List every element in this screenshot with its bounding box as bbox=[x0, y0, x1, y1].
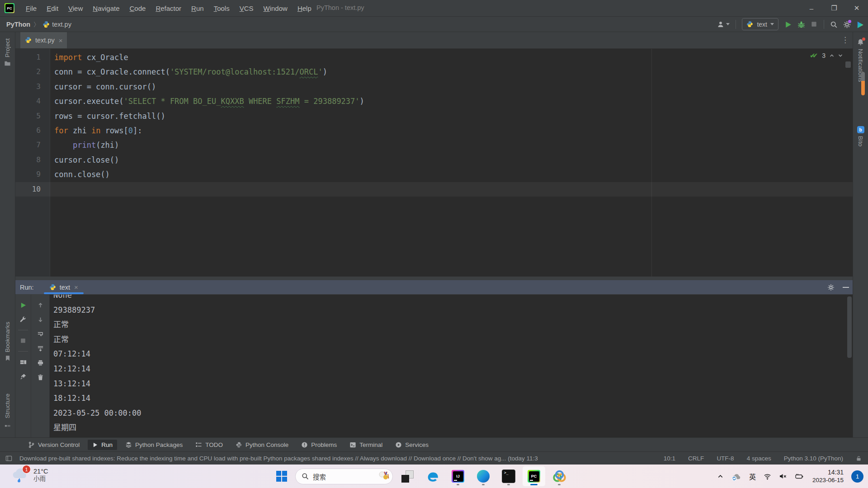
volume-muted-icon[interactable] bbox=[779, 473, 787, 480]
taskbar-app-terminal[interactable]: >_ bbox=[497, 466, 520, 486]
settings-icon[interactable] bbox=[19, 315, 27, 324]
code-line[interactable]: 2conn = cx_Oracle.connect('SYSTEM/root@l… bbox=[15, 65, 853, 79]
menu-window[interactable]: Window bbox=[259, 0, 292, 16]
print-icon[interactable] bbox=[36, 359, 44, 367]
restore-button[interactable]: ❐ bbox=[823, 0, 845, 16]
onedrive-icon[interactable] bbox=[731, 473, 741, 480]
toolwindow-version-control[interactable]: Version Control bbox=[24, 440, 84, 450]
taskbar-app-rings-browser[interactable] bbox=[548, 466, 571, 486]
status-file-encoding[interactable]: UTF-8 bbox=[717, 455, 734, 462]
input-language-indicator[interactable]: 英 bbox=[749, 472, 756, 481]
code-line[interactable]: 6for zhi in rows[0]: bbox=[15, 123, 853, 138]
run-console-output[interactable]: None293889237正常正常07:12:1412:12:1413:12:1… bbox=[50, 295, 853, 437]
sidebar-item-notifications[interactable]: Notifications bbox=[853, 38, 868, 82]
breadcrumb-project[interactable]: PyThon bbox=[6, 21, 30, 28]
rerun-icon[interactable] bbox=[19, 301, 27, 309]
up-icon[interactable] bbox=[36, 301, 44, 309]
stop-icon[interactable] bbox=[19, 337, 27, 345]
status-line-ending[interactable]: CRLF bbox=[688, 455, 704, 462]
stop-button[interactable] bbox=[811, 21, 818, 28]
scrollend-icon[interactable] bbox=[36, 344, 44, 352]
settings-gear-icon[interactable] bbox=[843, 21, 850, 28]
toolwindow-services[interactable]: Services bbox=[391, 440, 433, 450]
taskbar-app-pycharm[interactable]: PC bbox=[523, 466, 545, 486]
toolwindow-todo[interactable]: TODO bbox=[191, 440, 227, 450]
code-line[interactable]: 8cursor.close() bbox=[15, 153, 853, 167]
lock-icon[interactable] bbox=[856, 455, 862, 461]
tab-options-icon[interactable]: ⋮ bbox=[841, 35, 849, 45]
status-interpreter[interactable]: Python 3.10 (PyThon) bbox=[784, 455, 843, 462]
taskbar-app-edge-legacy[interactable] bbox=[421, 466, 444, 486]
run-panel-settings-icon[interactable] bbox=[827, 284, 835, 291]
console-scrollbar[interactable] bbox=[847, 296, 852, 358]
clock-widget[interactable]: 14:31 2023-06-15 bbox=[812, 468, 844, 484]
taskbar-search-input[interactable]: 搜索 bbox=[295, 469, 393, 484]
status-message[interactable]: Download pre-built shared indexes: Reduc… bbox=[19, 455, 538, 462]
code-line[interactable]: 5rows = cursor.fetchall() bbox=[15, 109, 853, 123]
clear-icon[interactable] bbox=[36, 373, 44, 381]
code-line[interactable]: 4cursor.execute('SELECT * FROM BO_EU_KQX… bbox=[15, 94, 853, 108]
run-button[interactable] bbox=[784, 21, 792, 28]
menu-code[interactable]: Code bbox=[125, 0, 151, 16]
search-daily-image[interactable] bbox=[378, 470, 390, 482]
notification-count-badge[interactable]: 1 bbox=[851, 470, 863, 483]
run-configuration-select[interactable]: text bbox=[742, 18, 778, 30]
code-line[interactable]: 3cursor = conn.cursor() bbox=[15, 80, 853, 94]
menu-view[interactable]: View bbox=[63, 0, 88, 16]
down-icon[interactable] bbox=[36, 315, 44, 324]
weather-widget[interactable]: 1 21°C 小雨 bbox=[12, 466, 48, 483]
menu-file[interactable]: File bbox=[21, 0, 42, 16]
close-button[interactable]: ✕ bbox=[845, 0, 868, 16]
ai-assistant-icon[interactable] bbox=[856, 21, 863, 28]
editor-scrollbar[interactable] bbox=[845, 61, 851, 68]
start-button[interactable] bbox=[271, 466, 292, 486]
menu-run[interactable]: Run bbox=[186, 0, 209, 16]
tab-text-py[interactable]: text.py × bbox=[20, 32, 67, 48]
status-caret-position[interactable]: 10:1 bbox=[664, 455, 675, 462]
menu-refactor[interactable]: Refactor bbox=[151, 0, 186, 16]
battery-charging-icon[interactable] bbox=[795, 473, 804, 480]
menu-vcs[interactable]: VCS bbox=[235, 0, 259, 16]
wifi-icon[interactable] bbox=[764, 473, 771, 480]
taskbar-app-edge[interactable] bbox=[472, 466, 495, 486]
layout-icon[interactable] bbox=[19, 358, 27, 366]
taskbar-app-task-view[interactable] bbox=[396, 466, 419, 486]
menu-help[interactable]: Help bbox=[292, 0, 316, 16]
sidebar-item-project[interactable]: Project bbox=[0, 38, 15, 67]
user-account-button[interactable] bbox=[717, 21, 730, 28]
toolwindow-python-packages[interactable]: Python Packages bbox=[121, 440, 187, 450]
tool-window-toggle-icon[interactable] bbox=[5, 455, 12, 462]
sidebar-item-structure[interactable]: Structure bbox=[0, 394, 15, 427]
breadcrumb-file[interactable]: text.py bbox=[52, 21, 71, 28]
run-tab-text[interactable]: text × bbox=[44, 280, 84, 294]
sidebar-item-bito[interactable]: b Bito bbox=[853, 126, 868, 146]
code-editor[interactable]: 1import cx_Oracle2conn = cx_Oracle.conne… bbox=[15, 49, 853, 277]
menu-tools[interactable]: Tools bbox=[209, 0, 235, 16]
status-indent-style[interactable]: 4 spaces bbox=[747, 455, 771, 462]
search-everywhere-icon[interactable] bbox=[830, 21, 837, 28]
toolwindow-python-console[interactable]: Python Console bbox=[231, 440, 293, 450]
run-panel-hide-icon[interactable] bbox=[843, 287, 849, 288]
debug-button[interactable] bbox=[797, 21, 805, 28]
edge-icon bbox=[477, 470, 490, 483]
menu-edit[interactable]: Edit bbox=[42, 0, 63, 16]
next-problem-icon[interactable] bbox=[838, 53, 843, 58]
toolwindow-terminal[interactable]: Terminal bbox=[345, 440, 387, 450]
toolwindow-run[interactable]: Run bbox=[88, 440, 117, 450]
code-line[interactable]: 7 print(zhi) bbox=[15, 138, 853, 152]
inspections-widget[interactable]: ✔✔ 3 bbox=[810, 52, 843, 60]
tab-close-icon[interactable]: × bbox=[59, 37, 63, 44]
tray-chevron-up-icon[interactable] bbox=[717, 473, 724, 480]
code-line[interactable]: 1import cx_Oracle bbox=[15, 50, 853, 65]
sidebar-item-bookmarks[interactable]: Bookmarks bbox=[0, 322, 15, 361]
menu-navigate[interactable]: Navigate bbox=[88, 0, 124, 16]
run-tab-close-icon[interactable]: × bbox=[74, 283, 78, 291]
minimize-button[interactable]: – bbox=[800, 0, 823, 16]
pin-icon[interactable] bbox=[19, 372, 27, 380]
softwrap-icon[interactable] bbox=[36, 330, 44, 338]
toolwindow-problems[interactable]: Problems bbox=[297, 440, 341, 450]
code-line[interactable]: 10 bbox=[15, 182, 853, 197]
taskbar-app-intellij-idea[interactable]: IJ bbox=[447, 466, 469, 486]
code-line[interactable]: 9conn.close() bbox=[15, 167, 853, 182]
prev-problem-icon[interactable] bbox=[830, 53, 834, 58]
